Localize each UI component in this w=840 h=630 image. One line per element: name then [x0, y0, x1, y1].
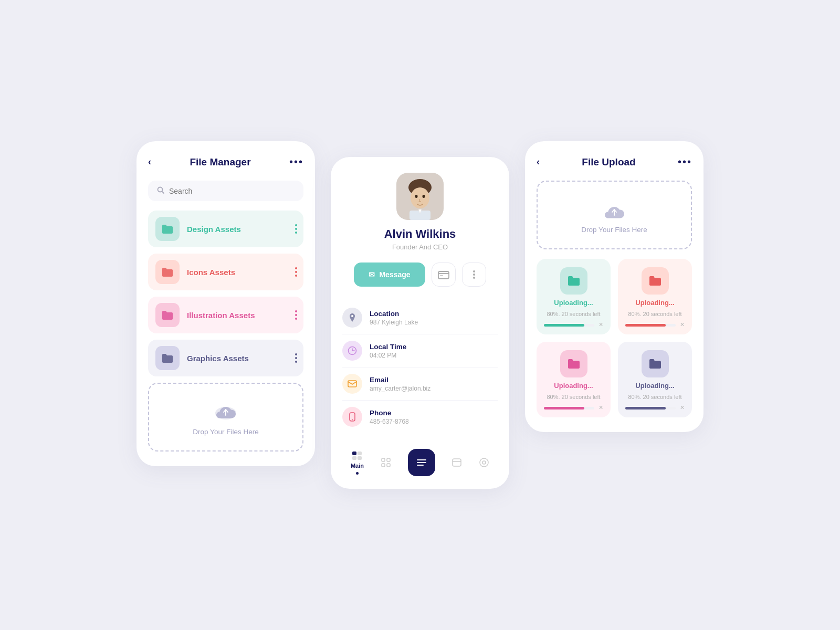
- nav-grid[interactable]: [381, 457, 391, 468]
- upload-pink-sub: 80%. 20 seconds left: [547, 394, 600, 400]
- svg-rect-10: [438, 271, 449, 279]
- upload-item-pink: Uploading... 80%. 20 seconds left ✕: [537, 342, 611, 417]
- upload-lavender-fill: [625, 407, 666, 410]
- location-label: Location: [370, 310, 418, 318]
- folder-graphics-label: Graphics Assets: [187, 354, 249, 363]
- profile-name: Alvin Wilkins: [342, 227, 498, 241]
- folder-icons-menu[interactable]: [295, 267, 297, 277]
- upload-pink-close[interactable]: ✕: [598, 404, 603, 411]
- folder-illustration-label: Illustration Assets: [187, 311, 255, 320]
- location-value: 987 Kyleigh Lake: [370, 319, 418, 326]
- upload-grid: Uploading... 80%. 20 seconds left ✕ Uplo…: [537, 259, 692, 417]
- upload-salmon-progress-bar: [625, 324, 676, 327]
- svg-point-16: [351, 315, 353, 317]
- svg-rect-20: [348, 381, 356, 387]
- upload-salmon-progress-row: ✕: [625, 321, 685, 328]
- profile-screen: Alvin Wilkins Founder And CEO ✉ Message: [331, 157, 509, 489]
- svg-point-7: [415, 195, 418, 198]
- upload-salmon-label: Uploading...: [635, 299, 674, 307]
- folder-graphics-menu[interactable]: [295, 353, 297, 363]
- svg-rect-27: [382, 458, 385, 461]
- nav-circle[interactable]: [479, 457, 489, 468]
- nav-main-dot: [356, 472, 359, 475]
- upload-teal-progress-bar: [544, 324, 594, 327]
- profile-avatar: [396, 173, 444, 220]
- folder-icons[interactable]: Icons Assets: [148, 254, 303, 290]
- folder-icons-label: Icons Assets: [187, 268, 235, 277]
- upload-salmon-sub: 80%. 20 seconds left: [628, 311, 681, 317]
- profile-info-list: Location 987 Kyleigh Lake Local Time 04:…: [342, 301, 498, 433]
- svg-line-1: [162, 192, 164, 194]
- upload-pink-progress-row: ✕: [544, 404, 603, 411]
- file-upload-drop-zone[interactable]: Drop Your Files Here: [537, 181, 692, 249]
- file-manager-drop-text: Drop Your Files Here: [193, 428, 258, 436]
- folder-illustration-icon-box: [155, 303, 180, 327]
- svg-point-22: [352, 419, 353, 421]
- svg-point-36: [480, 458, 488, 467]
- nav-list-active[interactable]: [408, 449, 435, 476]
- svg-rect-34: [453, 459, 461, 466]
- nav-main[interactable]: Main: [351, 451, 364, 475]
- phone-label: Phone: [370, 409, 409, 417]
- svg-rect-26: [358, 456, 362, 460]
- localtime-value: 04:02 PM: [370, 352, 406, 359]
- phone-info: Phone 485-637-8768: [370, 409, 409, 425]
- email-value: amy_carter@jalon.biz: [370, 385, 430, 392]
- profile-actions: ✉ Message: [342, 262, 498, 287]
- screens-container: ‹ File Manager ••• Design Assets: [136, 141, 704, 489]
- folder-icons-icon-box: [155, 260, 180, 284]
- folder-design[interactable]: Design Assets: [148, 211, 303, 247]
- upload-lavender-close[interactable]: ✕: [680, 404, 685, 411]
- folder-graphics[interactable]: Graphics Assets: [148, 340, 303, 376]
- upload-item-lavender: Uploading... 80%. 20 seconds left ✕: [618, 342, 692, 417]
- folder-design-label: Design Assets: [187, 225, 241, 234]
- more-options-button[interactable]: •••: [289, 156, 303, 168]
- profile-title-label: Founder And CEO: [342, 243, 498, 251]
- upload-item-teal: Uploading... 80%. 20 seconds left ✕: [537, 259, 611, 334]
- upload-pink-progress-bar: [544, 407, 594, 410]
- upload-teal-progress-row: ✕: [544, 321, 603, 328]
- file-manager-header: ‹ File Manager •••: [148, 156, 303, 168]
- svg-rect-29: [382, 464, 385, 467]
- upload-teal-fill: [544, 324, 584, 327]
- upload-more-options[interactable]: •••: [678, 156, 692, 168]
- upload-teal-close[interactable]: ✕: [598, 321, 603, 328]
- folder-graphics-icon-box: [155, 346, 180, 370]
- svg-rect-28: [387, 458, 390, 461]
- phone-icon-box: [342, 407, 362, 427]
- email-icon-box: [342, 374, 362, 394]
- info-email: Email amy_carter@jalon.biz: [342, 368, 498, 401]
- svg-rect-25: [352, 456, 356, 460]
- card-button[interactable]: [432, 262, 456, 287]
- upload-teal-label: Uploading...: [554, 299, 593, 307]
- folder-design-menu[interactable]: [295, 224, 297, 234]
- upload-pink-fill: [544, 407, 584, 410]
- localtime-label: Local Time: [370, 343, 406, 351]
- phone-value: 485-637-8768: [370, 418, 409, 425]
- folder-illustration[interactable]: Illustration Assets: [148, 297, 303, 333]
- nav-card[interactable]: [452, 458, 462, 467]
- upload-pink-label: Uploading...: [554, 382, 593, 390]
- upload-lavender-sub: 80%. 20 seconds left: [628, 394, 681, 400]
- more-profile-button[interactable]: [462, 262, 486, 287]
- info-phone: Phone 485-637-8768: [342, 401, 498, 433]
- search-bar: [148, 181, 303, 201]
- upload-lavender-progress-row: ✕: [625, 404, 685, 411]
- upload-lavender-icon: [642, 350, 669, 377]
- upload-item-salmon: Uploading... 80%. 20 seconds left ✕: [618, 259, 692, 334]
- svg-rect-23: [352, 452, 356, 455]
- message-button[interactable]: ✉ Message: [354, 262, 425, 287]
- folder-design-icon-box: [155, 217, 180, 241]
- localtime-icon-box: [342, 341, 362, 361]
- upload-lavender-progress-bar: [625, 407, 676, 410]
- svg-rect-30: [387, 464, 390, 467]
- folder-illustration-menu[interactable]: [295, 310, 297, 320]
- upload-salmon-close[interactable]: ✕: [680, 321, 685, 328]
- search-icon: [156, 186, 165, 196]
- upload-lavender-label: Uploading...: [635, 382, 674, 390]
- email-label: Email: [370, 376, 430, 384]
- svg-point-37: [482, 461, 486, 464]
- file-manager-drop-zone[interactable]: Drop Your Files Here: [148, 383, 303, 452]
- message-icon: ✉: [369, 270, 375, 279]
- search-input[interactable]: [169, 187, 295, 195]
